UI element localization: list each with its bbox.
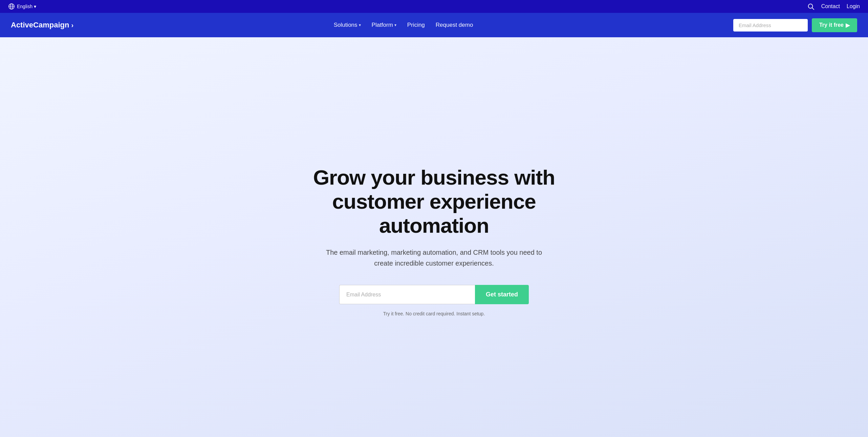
- try-free-label: Try it free: [819, 22, 844, 28]
- hero-form: Get started: [339, 285, 529, 304]
- svg-line-6: [812, 8, 814, 9]
- hero-email-input[interactable]: [339, 285, 475, 304]
- main-nav: ActiveCampaign › Solutions ▾ Platform ▾ …: [0, 13, 868, 37]
- hero-section: Grow your business with customer experie…: [0, 37, 868, 437]
- globe-icon: [8, 3, 15, 10]
- language-chevron: ▾: [34, 4, 36, 9]
- contact-link[interactable]: Contact: [821, 3, 840, 9]
- logo-arrow: ›: [71, 21, 73, 29]
- nav-item-request-demo[interactable]: Request demo: [436, 22, 473, 28]
- logo-text: ActiveCampaign: [11, 21, 69, 29]
- request-demo-label: Request demo: [436, 22, 473, 28]
- nav-links: Solutions ▾ Platform ▾ Pricing Request d…: [334, 22, 473, 28]
- language-label: English: [17, 4, 32, 9]
- search-icon[interactable]: [807, 3, 815, 10]
- nav-email-input[interactable]: [733, 19, 808, 32]
- get-started-label: Get started: [486, 291, 518, 298]
- hero-title: Grow your business with customer experie…: [282, 165, 586, 238]
- nav-right: Try it free ▶: [733, 18, 857, 32]
- hero-note: Try it free. No credit card required. In…: [383, 311, 485, 316]
- try-free-arrow: ▶: [846, 22, 850, 28]
- login-link[interactable]: Login: [847, 3, 860, 9]
- top-bar: English ▾ Contact Login: [0, 0, 868, 13]
- platform-label: Platform: [372, 22, 393, 28]
- get-started-button[interactable]: Get started: [475, 285, 529, 304]
- nav-item-pricing[interactable]: Pricing: [407, 22, 425, 28]
- solutions-label: Solutions: [334, 22, 357, 28]
- solutions-chevron: ▾: [359, 23, 361, 27]
- nav-item-platform[interactable]: Platform ▾: [372, 22, 396, 28]
- try-free-button[interactable]: Try it free ▶: [812, 18, 857, 32]
- logo[interactable]: ActiveCampaign ›: [11, 21, 73, 29]
- hero-subtitle: The email marketing, marketing automatio…: [326, 247, 542, 269]
- nav-item-solutions[interactable]: Solutions ▾: [334, 22, 361, 28]
- pricing-label: Pricing: [407, 22, 425, 28]
- platform-chevron: ▾: [394, 23, 396, 27]
- language-selector[interactable]: English ▾: [8, 3, 36, 10]
